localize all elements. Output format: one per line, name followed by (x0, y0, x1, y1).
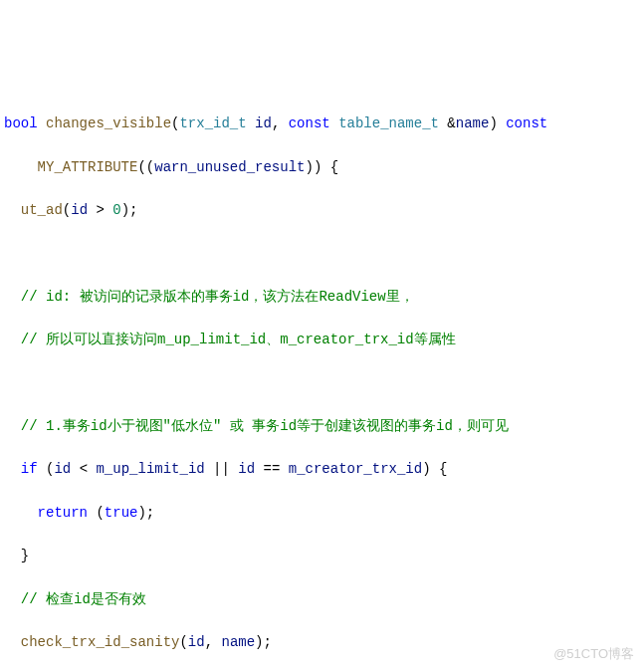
op: || (213, 461, 230, 477)
op: < (80, 461, 88, 477)
id: id (238, 461, 255, 477)
code-line: // id: 被访问的记录版本的事务id，该方法在ReadView里， (4, 287, 640, 309)
blank-line (4, 373, 640, 395)
code-line: // 1.事务id小于视图"低水位" 或 事务id等于创建该视图的事务id，则可… (4, 416, 640, 438)
function-name: changes_visible (46, 115, 171, 131)
keyword: const (506, 115, 547, 131)
op: == (264, 461, 281, 477)
comment: // 1.事务id小于视图"低水位" 或 事务id等于创建该视图的事务id，则可… (21, 418, 509, 434)
watermark: @51CTO博客 (553, 644, 634, 664)
id: id (71, 202, 88, 218)
param: id (255, 115, 272, 131)
member: m_up_limit_id (96, 461, 204, 477)
type: table_name_t (338, 115, 439, 131)
keyword: const (289, 115, 330, 131)
code-line: bool changes_visible(trx_id_t id, const … (4, 113, 640, 135)
code-line: return (true); (4, 503, 640, 525)
code-line: } (4, 546, 640, 567)
comment: // id: 被访问的记录版本的事务id，该方法在ReadView里， (21, 289, 414, 305)
member: m_creator_trx_id (289, 461, 422, 477)
comment: // 检查id是否有效 (21, 591, 146, 607)
keyword: true (105, 505, 138, 521)
code-line: // 所以可以直接访问m_up_limit_id、m_creator_trx_i… (4, 330, 640, 351)
type: trx_id_t (179, 115, 246, 131)
attr-arg: warn_unused_result (154, 159, 305, 175)
amp: & (447, 115, 455, 131)
number: 0 (112, 202, 120, 218)
code-line: ut_ad(id > 0); (4, 200, 640, 222)
code-line: MY_ATTRIBUTE((warn_unused_result)) { (4, 157, 640, 179)
macro: MY_ATTRIBUTE (38, 159, 138, 175)
keyword: if (21, 461, 38, 477)
code-line: // 检查id是否有效 (4, 589, 640, 611)
code-line: check_trx_id_sanity(id, name); (4, 632, 640, 654)
code-block: bool changes_visible(trx_id_t id, const … (4, 93, 640, 672)
function-call: check_trx_id_sanity (21, 634, 180, 650)
keyword-bool: bool (4, 115, 38, 131)
arg: id (188, 634, 205, 650)
keyword: return (38, 505, 88, 521)
id: id (54, 461, 71, 477)
param: name (456, 115, 490, 131)
macro: ut_ad (21, 202, 63, 218)
op: > (96, 202, 104, 218)
code-line: if (id < m_up_limit_id || id == m_creato… (4, 459, 640, 481)
blank-line (4, 244, 640, 266)
arg: name (221, 634, 255, 650)
comment: // 所以可以直接访问m_up_limit_id、m_creator_trx_i… (21, 332, 456, 347)
